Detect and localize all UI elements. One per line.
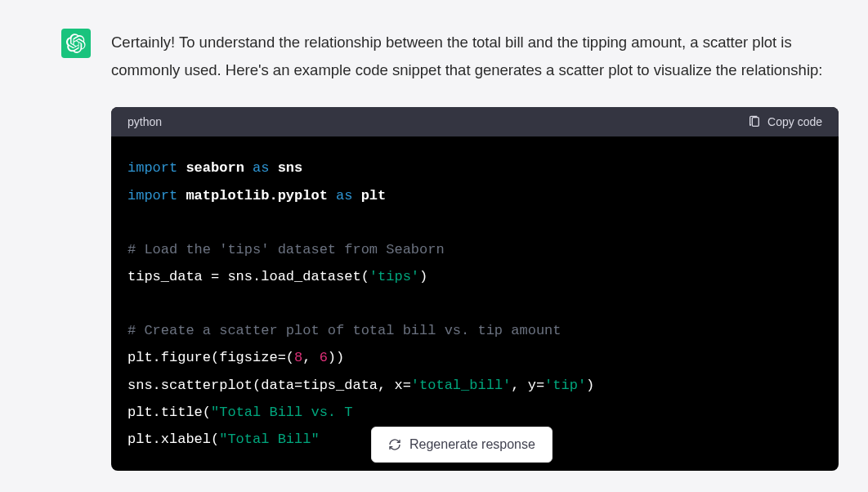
clipboard-icon (748, 115, 761, 128)
code-header: python Copy code (111, 107, 839, 136)
copy-code-label: Copy code (767, 115, 822, 128)
svg-rect-0 (752, 118, 758, 127)
refresh-icon (388, 438, 401, 451)
chat-message: Certainly! To understand the relationshi… (0, 0, 868, 471)
openai-logo-icon (66, 34, 86, 53)
regenerate-label: Regenerate response (409, 437, 535, 452)
assistant-avatar (61, 29, 91, 58)
code-language-label: python (128, 115, 162, 128)
message-content: Certainly! To understand the relationshi… (111, 29, 852, 471)
code-content: import seaborn as sns import matplotlib.… (111, 136, 839, 471)
copy-code-button[interactable]: Copy code (748, 115, 822, 128)
regenerate-response-button[interactable]: Regenerate response (371, 427, 553, 463)
code-block: python Copy code import seaborn as sns i… (111, 107, 839, 471)
response-text: Certainly! To understand the relationshi… (111, 29, 852, 84)
